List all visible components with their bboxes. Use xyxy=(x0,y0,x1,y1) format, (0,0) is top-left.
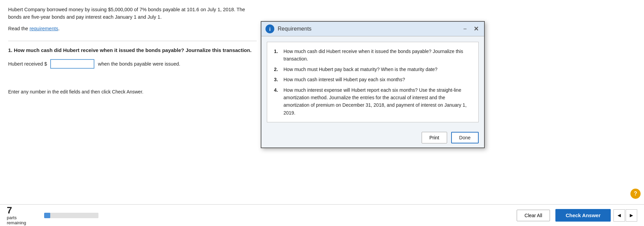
modal-title: Requirements xyxy=(278,26,458,32)
req-num-1: 1. xyxy=(274,48,280,63)
hubert-received-input[interactable] xyxy=(50,59,94,69)
read-suffix: . xyxy=(58,26,60,31)
req-item-3: 3. How much cash interest will Hubert pa… xyxy=(274,76,472,83)
modal-close-button[interactable]: ✕ xyxy=(472,26,480,32)
footer-bar: 7 parts remaining Clear All Check Answer… xyxy=(0,204,644,226)
question-1-label: 1. How much cash did Hubert receive when… xyxy=(8,47,257,53)
check-answer-button[interactable]: Check Answer xyxy=(555,209,611,222)
req-text-2: How much must Hubert pay back at maturit… xyxy=(283,66,438,73)
nav-next-button[interactable]: ► xyxy=(626,209,637,222)
intro-text: Hubert Company borrowed money by issuing… xyxy=(8,6,257,21)
modal-footer: Print Done xyxy=(261,128,484,147)
progress-bar-fill xyxy=(44,213,50,218)
parts-label: parts xyxy=(7,215,37,220)
modal-body: 1. How much cash did Hubert receive when… xyxy=(261,36,484,128)
parts-remaining: 7 parts remaining xyxy=(7,206,37,225)
req-num-2: 2. xyxy=(274,66,280,73)
read-line: Read the requirements. xyxy=(8,26,257,31)
modal-info-icon: i xyxy=(265,24,274,33)
req-text-1: How much cash did Hubert receive when it… xyxy=(283,48,472,63)
help-icon[interactable]: ? xyxy=(630,189,641,199)
req-text-4: How much interest expense will Hubert re… xyxy=(283,86,472,117)
modal-titlebar: i Requirements − ✕ xyxy=(261,22,484,36)
read-prefix: Read the xyxy=(8,26,30,31)
nav-prev-button[interactable]: ◄ xyxy=(613,209,625,222)
req-num-3: 3. xyxy=(274,76,280,83)
answer-suffix: when the bonds payable were issued. xyxy=(98,61,180,67)
req-item-1: 1. How much cash did Hubert receive when… xyxy=(274,48,472,63)
req-item-2: 2. How much must Hubert pay back at matu… xyxy=(274,66,472,73)
req-num-4: 4. xyxy=(274,86,280,117)
remaining-label: remaining xyxy=(7,220,37,225)
question-1-number: 1. xyxy=(8,47,13,53)
modal-done-button[interactable]: Done xyxy=(451,132,479,143)
modal-print-button[interactable]: Print xyxy=(422,132,447,143)
requirements-box: 1. How much cash did Hubert receive when… xyxy=(267,42,479,122)
bottom-note: Enter any number in the edit fields and … xyxy=(8,89,257,94)
requirements-link[interactable]: requirements xyxy=(30,26,58,31)
answer-line-1: Hubert received $ when the bonds payable… xyxy=(8,59,257,69)
progress-bar xyxy=(44,213,98,218)
question-1-text: How much cash did Hubert receive when it… xyxy=(13,47,252,53)
req-item-4: 4. How much interest expense will Hubert… xyxy=(274,86,472,117)
req-text-3: How much cash interest will Hubert pay e… xyxy=(283,76,405,83)
parts-number: 7 xyxy=(7,206,37,215)
clear-all-button[interactable]: Clear All xyxy=(517,210,550,221)
answer-prefix: Hubert received $ xyxy=(8,61,47,67)
modal-minimize-button[interactable]: − xyxy=(461,26,469,32)
requirements-modal: i Requirements − ✕ 1. How much cash did … xyxy=(261,21,485,148)
section-divider xyxy=(8,41,257,41)
